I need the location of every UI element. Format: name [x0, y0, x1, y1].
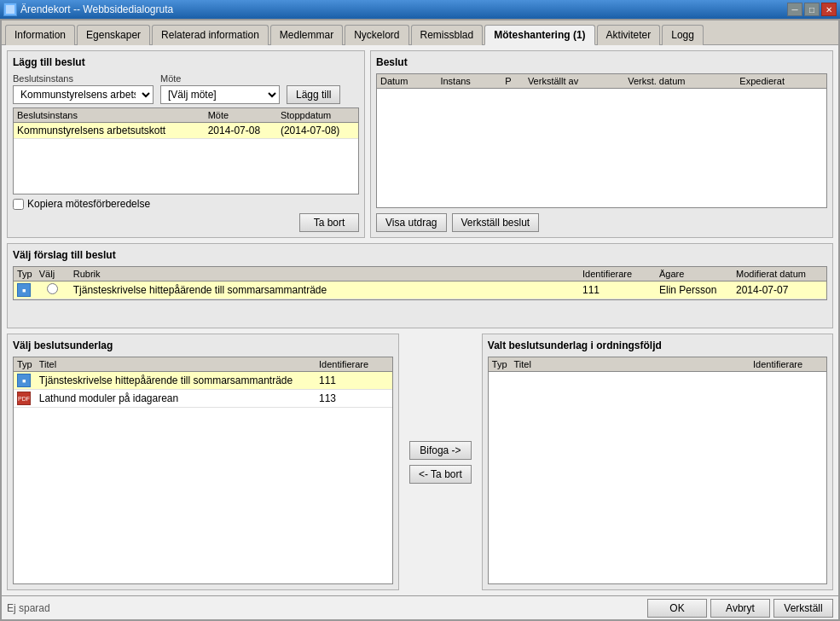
- tab-moteshantering[interactable]: Möteshantering (1): [484, 25, 594, 45]
- doc-icon: ■: [17, 283, 31, 297]
- kopiera-row: Kopiera mötesförberedelse: [13, 198, 359, 210]
- col-modifierat-datum: Modifierat datum: [733, 267, 826, 281]
- avbryt-button[interactable]: Avbryt: [710, 599, 770, 618]
- minimize-button[interactable]: ─: [787, 3, 802, 16]
- cell-typ: ■: [14, 281, 36, 299]
- beslut-table-container: Beslutsinstans Möte Stoppdatum Kommunsty…: [13, 107, 359, 194]
- ok-button[interactable]: OK: [647, 599, 707, 618]
- col-identifierare: Identifierare: [579, 267, 656, 281]
- cell-agare: Elin Persson: [656, 281, 733, 299]
- col-instans: Instans: [437, 74, 501, 89]
- mote-label: Möte: [160, 73, 280, 84]
- col-titel: Titel: [36, 357, 316, 372]
- svg-rect-0: [6, 5, 14, 14]
- doc-icon: ■: [17, 374, 31, 387]
- cell-mote: 2014-07-08: [205, 123, 277, 139]
- valt-beslutsunderlag-table: Typ Titel Identifierare: [489, 357, 826, 372]
- valt-beslutsunderlag-title: Valt beslutsunderlag i ordningsföljd: [488, 340, 827, 351]
- status-text: Ej sparad: [7, 602, 50, 614]
- beslutsunderlag-table: Typ Titel Identifierare ■ Tjänsteskrivel…: [14, 357, 392, 408]
- col-verkst-datum: Verkst. datum: [624, 74, 736, 89]
- forslag-radio[interactable]: [47, 283, 58, 294]
- valt-beslutsunderlag-panel: Valt beslutsunderlag i ordningsföljd Typ…: [482, 334, 833, 590]
- col-p: P: [501, 74, 524, 89]
- table-row[interactable]: Kommunstyrelsens arbetsutskott 2014-07-0…: [14, 123, 358, 139]
- form-group-mote: Möte [Välj möte]: [160, 73, 280, 104]
- col-typ: Typ: [14, 357, 36, 372]
- cell-titel: Lathund moduler på idagarean: [36, 390, 316, 408]
- beslut-buttons: Visa utdrag Verkställ beslut: [376, 213, 827, 232]
- cell-typ: PDF: [14, 390, 36, 408]
- cell-stoppdatum: (2014-07-08): [277, 123, 358, 139]
- tab-nyckelord[interactable]: Nyckelord: [345, 25, 408, 45]
- ta-bort-row: Ta bort: [13, 213, 359, 232]
- main-window: Information Egenskaper Relaterad informa…: [0, 19, 840, 621]
- ta-bort-button[interactable]: Ta bort: [299, 213, 359, 232]
- tab-remissblad[interactable]: Remissblad: [411, 25, 484, 45]
- beslut-table-area: Datum Instans P Verkställt av Verkst. da…: [376, 73, 827, 208]
- title-bar: Ärendekort -- Webbsidedialogruta ─ □ ✕: [0, 0, 840, 19]
- maximize-button[interactable]: □: [804, 3, 820, 16]
- kopiera-checkbox[interactable]: [13, 199, 24, 210]
- bottom-section: Välj beslutsunderlag Typ Titel Identifie…: [7, 334, 833, 590]
- cell-identifierare: 111: [579, 281, 656, 299]
- table-row[interactable]: PDF Lathund moduler på idagarean 113: [14, 390, 392, 408]
- tab-bar: Information Egenskaper Relaterad informa…: [2, 20, 838, 45]
- col-identifierare: Identifierare: [316, 357, 392, 372]
- tab-information[interactable]: Information: [5, 25, 75, 45]
- cell-identifierare: 113: [316, 390, 392, 408]
- status-bar: Ej sparad OK Avbryt Verkställ: [2, 595, 838, 619]
- ta-bort-underlag-button[interactable]: <- Ta bort: [409, 465, 472, 484]
- beslut-panel: Beslut Datum Instans P Verkställt av Ver…: [370, 50, 833, 238]
- mote-select[interactable]: [Välj möte]: [160, 85, 280, 104]
- pdf-icon: PDF: [17, 392, 31, 405]
- form-row-beslutsinstans: Beslutsinstans Kommunstyrelsens arbetsi …: [13, 73, 359, 104]
- beslut-table: Datum Instans P Verkställt av Verkst. da…: [377, 74, 826, 89]
- kopiera-label: Kopiera mötesförberedelse: [27, 198, 150, 210]
- verkstall-beslut-button[interactable]: Verkställ beslut: [452, 213, 540, 232]
- col-typ: Typ: [489, 357, 511, 372]
- lagg-till-button[interactable]: Lägg till: [287, 85, 340, 104]
- col-beslutsinstans: Beslutsinstans: [14, 108, 205, 123]
- table-row[interactable]: ■ Tjänsteskrivelse hittepåärende till so…: [14, 372, 392, 390]
- cell-beslutsinstans: Kommunstyrelsens arbetsutskott: [14, 123, 205, 139]
- tab-relaterad-information[interactable]: Relaterad information: [152, 25, 269, 45]
- transfer-buttons: Bifoga -> <- Ta bort: [404, 334, 477, 590]
- col-agare: Ägare: [656, 267, 733, 281]
- col-titel: Titel: [511, 357, 750, 372]
- beslutsinstans-label: Beslutsinstans: [13, 73, 154, 84]
- cell-rubrik: Tjänsteskrivelse hittepåärende till somm…: [70, 281, 579, 299]
- table-row[interactable]: ■ Tjänsteskrivelse hittepåärende till so…: [14, 281, 826, 299]
- tab-medlemmar[interactable]: Medlemmar: [270, 25, 343, 45]
- tab-aktiviteter[interactable]: Aktiviteter: [597, 25, 661, 45]
- lagg-till-beslut-title: Lägg till beslut: [13, 56, 359, 68]
- window-controls[interactable]: ─ □ ✕: [787, 3, 837, 16]
- form-group-beslutsinstans: Beslutsinstans Kommunstyrelsens arbetsi: [13, 73, 154, 104]
- beslut-instans-table: Beslutsinstans Möte Stoppdatum Kommunsty…: [14, 108, 358, 139]
- close-button[interactable]: ✕: [821, 3, 837, 16]
- top-section: Lägg till beslut Beslutsinstans Kommunst…: [7, 50, 833, 238]
- tab-egenskaper[interactable]: Egenskaper: [77, 25, 150, 45]
- valj-beslutsunderlag-title: Välj beslutsunderlag: [13, 340, 393, 351]
- verkstall-button[interactable]: Verkställ: [773, 599, 833, 618]
- col-valj: Välj: [36, 267, 70, 281]
- col-rubrik: Rubrik: [70, 267, 579, 281]
- valj-beslutsunderlag-panel: Välj beslutsunderlag Typ Titel Identifie…: [7, 334, 399, 590]
- bifoga-button[interactable]: Bifoga ->: [409, 441, 472, 460]
- beslut-title: Beslut: [376, 56, 827, 68]
- col-datum: Datum: [377, 74, 437, 89]
- lagg-till-beslut-panel: Lägg till beslut Beslutsinstans Kommunst…: [7, 50, 365, 238]
- tab-logg[interactable]: Logg: [662, 25, 704, 45]
- forslag-table-container: Typ Välj Rubrik Identifierare Ägare Modi…: [13, 266, 827, 300]
- cell-titel: Tjänsteskrivelse hittepåärende till somm…: [36, 372, 316, 390]
- col-verkstalt-av: Verkställt av: [524, 74, 624, 89]
- valt-beslutsunderlag-table-container: Typ Titel Identifierare: [488, 357, 827, 584]
- beslutsinstans-select[interactable]: Kommunstyrelsens arbetsi: [13, 85, 154, 104]
- col-identifierare: Identifierare: [750, 357, 826, 372]
- cell-valj: [36, 281, 70, 299]
- beslutsunderlag-table-container: Typ Titel Identifierare ■ Tjänsteskrivel…: [13, 357, 393, 584]
- app-icon: [3, 3, 17, 16]
- cell-identifierare: 111: [316, 372, 392, 390]
- valj-forslag-section: Välj förslag till beslut Typ Välj Rubrik…: [7, 243, 833, 328]
- visa-utdrag-button[interactable]: Visa utdrag: [376, 213, 447, 232]
